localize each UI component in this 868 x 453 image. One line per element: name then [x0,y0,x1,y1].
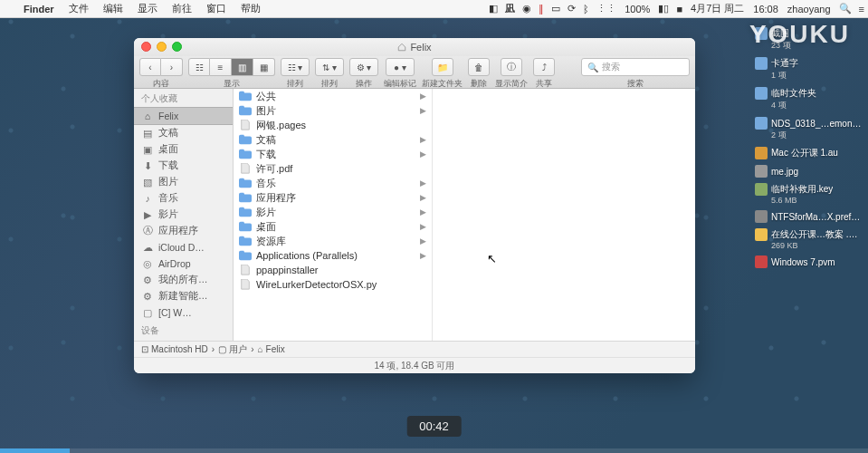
disclosure-arrow-icon: ▶ [420,251,426,260]
disclosure-arrow-icon: ▶ [420,92,426,101]
desktop-item[interactable]: 临时补救用.key5.6 MB [755,183,859,205]
search-placeholder: 搜索 [602,61,620,73]
desktop-item[interactable]: me.jpg [755,165,859,178]
menu-help[interactable]: 帮助 [234,2,268,15]
sort-button[interactable]: ⇅ ▾ [315,58,344,76]
status-generic-icon[interactable]: ◧ [485,3,501,14]
back-button[interactable]: ‹ [139,58,161,76]
adobe-status-icon[interactable]: 凪 [501,2,519,15]
list-item[interactable]: WireLurkerDetectorOSX.py [234,277,432,292]
sidebar-item-cloud[interactable]: ☁iCloud D… [134,239,233,255]
input-source-icon[interactable]: ■ [672,4,686,14]
disclosure-arrow-icon: ▶ [420,236,426,246]
menubar-user[interactable]: zhaoyang [783,4,835,14]
sidebar-item-movie[interactable]: ▶影片 [134,207,233,223]
sidebar-item-desktop[interactable]: ▣桌面 [134,141,233,158]
desktop-item-icon [755,228,768,241]
path-segment[interactable]: ▢用户 [218,343,247,356]
cursor-icon: ↖ [487,252,497,265]
info-button[interactable]: ⓘ [501,58,522,76]
app-menu[interactable]: Finder [16,4,62,14]
path-bar[interactable]: ⊡Macintosh HD›▢用户›⌂Felix [134,341,695,357]
list-item[interactable]: 公共▶ [234,89,432,103]
battery-percent[interactable]: 100% [620,4,654,14]
sidebar-item-doc[interactable]: ▤文稿 [134,125,233,141]
video-progress-bar[interactable] [0,448,868,453]
toolbar: ‹ › 内容 ☷ ≡ ▥ ▦ 显示 ☷ ▾ 排列 ⇅ ▾ 排列 ⚙ ▾ 操作 [134,56,695,89]
zoom-button[interactable] [172,42,182,52]
item-name: 文稿 [256,133,415,147]
sidebar-item-image[interactable]: ▧图片 [134,174,233,190]
list-item[interactable]: 下载▶ [234,147,432,161]
wifi-status-icon[interactable]: ⋮⋮ [593,3,620,14]
battery-icon[interactable]: ▮▯ [654,3,672,14]
desktop-item[interactable]: 卡通字1 项 [755,57,859,82]
window-titlebar[interactable]: Felix [134,38,695,56]
tags-button[interactable]: ● ▾ [386,58,415,76]
path-segment[interactable]: ⊡Macintosh HD [141,344,208,354]
close-button[interactable] [141,42,151,52]
smart-icon: ⚙ [141,274,154,286]
sidebar-item-label: 音乐 [158,192,178,205]
list-item[interactable]: 网银.pages [234,118,432,132]
item-name: WireLurkerDetectorOSX.py [256,279,426,290]
sidebar-item-folder[interactable]: ▢[C] W… [134,304,233,321]
desktop-item[interactable]: 临时文件夹4 项 [755,87,859,111]
forward-button[interactable]: › [161,58,183,76]
new-folder-button[interactable]: 📁 [432,58,453,76]
sidebar-item-music[interactable]: ♪音乐 [134,190,233,207]
action-button[interactable]: ⚙ ▾ [349,58,378,76]
menu-window[interactable]: 窗口 [199,2,234,15]
desktop-item[interactable]: NDS_0318_…emonsp_v12 项 [755,117,859,141]
sidebar-item-smart2[interactable]: ⚙新建智能… [134,288,233,304]
delete-button[interactable]: 🗑 [468,58,490,76]
menu-edit[interactable]: 编辑 [96,2,130,15]
bluetooth-status-icon[interactable]: ᛒ [579,4,593,14]
menu-view[interactable]: 显示 [130,2,165,15]
desktop-item[interactable]: Windows 7.pvm [755,255,859,268]
menubar-time[interactable]: 16:08 [749,4,783,14]
list-item[interactable]: 文稿▶ [234,132,432,147]
list-item[interactable]: Applications (Parallels)▶ [234,248,432,263]
list-item[interactable]: 桌面▶ [234,219,432,234]
item-name: 网银.pages [256,119,426,132]
sidebar-item-label: iCloud D… [158,242,205,253]
arrange-button[interactable]: ☷ ▾ [281,58,310,76]
view-icon-button[interactable]: ☷ [188,58,210,76]
view-list-button[interactable]: ≡ [210,58,232,76]
share-button[interactable]: ⤴ [533,58,555,76]
menu-go[interactable]: 前往 [165,2,199,15]
item-name: 桌面 [256,220,415,234]
list-item[interactable]: 音乐▶ [234,176,432,190]
view-column-button[interactable]: ▥ [232,58,253,76]
desktop-icons: 截图23 项卡通字1 项临时文件夹4 项NDS_0318_…emonsp_v12… [755,27,859,268]
spotlight-icon[interactable]: 🔍 [835,3,855,14]
eye-status-icon[interactable]: ◉ [519,3,535,14]
sidebar-item-home[interactable]: ⌂Felix [134,107,233,125]
display-status-icon[interactable]: ▭ [548,3,564,14]
view-cover-button[interactable]: ▦ [253,58,275,76]
sidebar-item-app[interactable]: Ⓐ应用程序 [134,223,233,239]
list-item[interactable]: 许可.pdf [234,161,432,176]
notification-center-icon[interactable]: ≡ [855,4,868,14]
sidebar-item-download[interactable]: ⬇下载 [134,158,233,174]
minimize-button[interactable] [157,42,167,52]
menu-file[interactable]: 文件 [62,2,96,15]
list-item[interactable]: 应用程序▶ [234,190,432,205]
pause-status-icon[interactable]: ‖ [535,3,548,14]
sync-status-icon[interactable]: ⟳ [564,3,579,14]
sidebar-item-airdrop[interactable]: ◎AirDrop [134,255,233,272]
desktop-item[interactable]: NTFSforMa…X.prefPane [755,210,859,223]
desktop-item[interactable]: 在线公开课…教案 .pages269 KB [755,228,859,250]
list-item[interactable]: 图片▶ [234,103,432,118]
search-input[interactable]: 🔍 搜索 [581,58,690,76]
menubar-date[interactable]: 4月7日 周二 [686,2,749,15]
list-item[interactable]: 影片▶ [234,205,432,219]
list-item[interactable]: 资源库▶ [234,234,432,248]
desktop-item-label: NDS_0318_…emonsp_v1 [771,119,862,129]
list-item[interactable]: ppappinstaller [234,263,432,277]
sidebar-item-smart[interactable]: ⚙我的所有… [134,272,233,288]
desktop-item[interactable]: Mac 公开课 1.au [755,147,859,159]
sidebar-item-label: 图片 [158,176,178,188]
path-segment[interactable]: ⌂Felix [258,344,285,354]
